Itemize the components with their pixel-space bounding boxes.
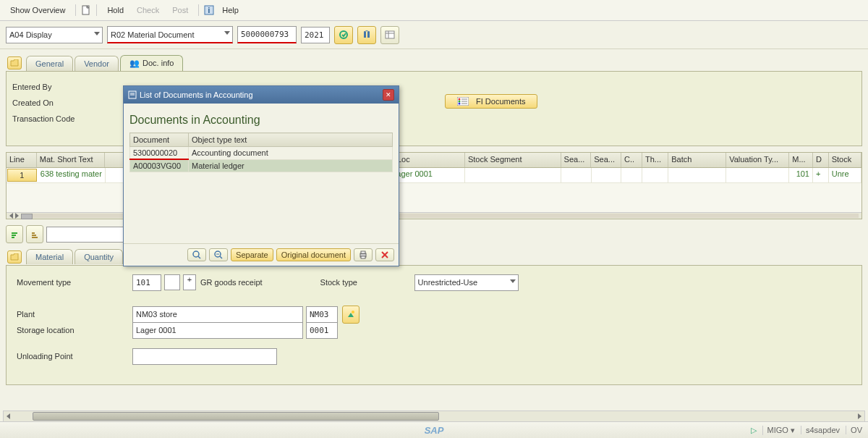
- doc-number-value: 5000000793: [241, 30, 289, 39]
- svg-point-12: [459, 101, 461, 103]
- print-button[interactable]: [354, 248, 373, 261]
- stock-type-dropdown[interactable]: Unrestricted-Use: [414, 274, 519, 291]
- sort-asc-button[interactable]: [6, 225, 23, 243]
- col-stock[interactable]: Stock: [829, 153, 861, 167]
- svg-rect-6: [386, 31, 394, 38]
- col-d[interactable]: D: [813, 153, 829, 167]
- new-doc-icon[interactable]: [80, 4, 92, 16]
- sloc-code-value: 0001: [310, 326, 329, 335]
- hscroll-right-icon[interactable]: [858, 413, 861, 419]
- modal-body: Documents in Accounting DocumentObject t…: [124, 104, 399, 243]
- modal-col-type[interactable]: Object type text: [189, 133, 393, 147]
- col-sloc[interactable]: SLoc: [389, 153, 465, 167]
- info-icon[interactable]: i: [203, 4, 215, 16]
- tab-vendor[interactable]: Vendor: [75, 56, 119, 71]
- detail-icon-button[interactable]: [187, 248, 206, 261]
- tab-material[interactable]: Material: [26, 249, 73, 264]
- cancel-button[interactable]: [375, 248, 394, 261]
- separator: [75, 4, 76, 16]
- stock-type-label: Stock type: [320, 278, 414, 287]
- people-icon: 👥: [129, 59, 140, 67]
- main-hscroll[interactable]: [3, 410, 865, 422]
- cell-c: [621, 168, 642, 182]
- col-line[interactable]: Line: [7, 153, 37, 167]
- cell-line[interactable]: 1: [7, 169, 37, 182]
- sloc-name-input[interactable]: Lager 0001: [132, 322, 303, 339]
- col-c[interactable]: C..: [621, 153, 642, 167]
- stock-type-value: Unrestricted-Use: [418, 278, 478, 287]
- col-sea1[interactable]: Sea...: [561, 153, 592, 167]
- sort-desc-button[interactable]: [26, 225, 43, 243]
- show-overview-button[interactable]: Show Overview: [4, 4, 71, 16]
- status-tcode-text: MIGO: [767, 426, 788, 434]
- detail2-icon-button[interactable]: [209, 248, 228, 261]
- selection-bar: A04 Display R02 Material Document 500000…: [0, 21, 868, 49]
- modal-icon: [128, 90, 137, 99]
- modal-row[interactable]: 5300000020Accounting document: [130, 147, 393, 160]
- year-input[interactable]: 2021: [301, 27, 330, 43]
- cell-m: 101: [789, 168, 813, 182]
- svg-rect-27: [361, 256, 365, 258]
- hscroll-thumb[interactable]: [33, 412, 439, 421]
- collapse-detail-icon[interactable]: [7, 250, 22, 264]
- modal-titlebar[interactable]: List of Documents in Accounting ✕: [124, 86, 399, 104]
- movement-icon-box[interactable]: [164, 274, 180, 290]
- plant-name-value: NM03 store: [136, 310, 177, 319]
- fi-documents-button[interactable]: FI Documents: [445, 94, 537, 109]
- modal-cell-doc: A00003VG00: [130, 159, 189, 172]
- hold-button[interactable]: Hold: [101, 4, 129, 16]
- doc-number-input[interactable]: 5000000793: [237, 26, 297, 43]
- col-batch[interactable]: Batch: [668, 153, 726, 167]
- plus-box: +: [183, 274, 196, 290]
- col-m[interactable]: M...: [789, 153, 813, 167]
- movement-type-input[interactable]: 101: [132, 274, 161, 291]
- find-button[interactable]: [357, 26, 376, 44]
- year-value: 2021: [305, 30, 324, 40]
- txn-code-label: Transaction Code: [12, 114, 106, 123]
- sloc-code-input[interactable]: 0001: [306, 322, 338, 339]
- doc-type-dropdown[interactable]: R02 Material Document: [107, 26, 233, 43]
- col-th[interactable]: Th...: [642, 153, 668, 167]
- doc-type-value: R02 Material Document: [111, 30, 195, 39]
- collapse-header-icon[interactable]: [7, 56, 22, 70]
- action-dropdown[interactable]: A04 Display: [6, 27, 103, 43]
- plant-search-button[interactable]: [342, 306, 359, 324]
- svg-point-20: [193, 251, 199, 257]
- unload-input[interactable]: [132, 348, 277, 365]
- execute-button[interactable]: [334, 26, 353, 44]
- movement-type-label: Movement type: [17, 278, 132, 287]
- scroll-right-icon[interactable]: [15, 213, 19, 219]
- header-tabs: General Vendor 👥Doc. info: [26, 55, 865, 71]
- tab-general[interactable]: General: [26, 56, 73, 71]
- help-button[interactable]: Help: [216, 4, 244, 16]
- col-valty[interactable]: Valuation Ty...: [726, 153, 789, 167]
- original-doc-button[interactable]: Original document: [276, 248, 351, 261]
- modal-col-doc[interactable]: Document: [130, 133, 189, 147]
- cell-stockseg: [465, 168, 561, 182]
- plant-name-input[interactable]: NM03 store: [132, 306, 303, 323]
- modal-row[interactable]: A00003VG00Material ledger: [130, 159, 393, 172]
- col-mat[interactable]: Mat. Short Text: [37, 153, 105, 167]
- status-tcode[interactable]: MIGO ▾: [762, 426, 795, 435]
- fi-icon: [457, 97, 469, 106]
- modal-title-text: List of Documents in Accounting: [140, 90, 253, 99]
- tab-doc-info[interactable]: 👥Doc. info: [120, 55, 183, 71]
- hscroll-left-icon[interactable]: [7, 413, 10, 419]
- overview-icon-button[interactable]: [380, 26, 399, 44]
- app-toolbar: Show Overview Hold Check Post i Help: [0, 0, 868, 21]
- separate-button[interactable]: Separate: [231, 248, 273, 261]
- sloc-name-value: Lager 0001: [136, 326, 176, 334]
- entered-by-label: Entered By: [12, 83, 106, 91]
- modal-table: DocumentObject type text 5300000020Accou…: [129, 132, 393, 172]
- scroll-left-icon[interactable]: [9, 213, 13, 219]
- svg-rect-4: [364, 32, 366, 38]
- col-sea2[interactable]: Sea...: [591, 153, 621, 167]
- sloc-label: Storage location: [17, 326, 132, 334]
- plant-code-input[interactable]: NM03: [306, 306, 338, 323]
- tab-quantity[interactable]: Quantity: [75, 249, 123, 264]
- svg-point-9: [352, 311, 354, 313]
- col-stockseg[interactable]: Stock Segment: [465, 153, 561, 167]
- svg-text:i: i: [208, 7, 210, 14]
- unload-label: Unloading Point: [17, 352, 132, 361]
- modal-close-button[interactable]: ✕: [383, 89, 394, 101]
